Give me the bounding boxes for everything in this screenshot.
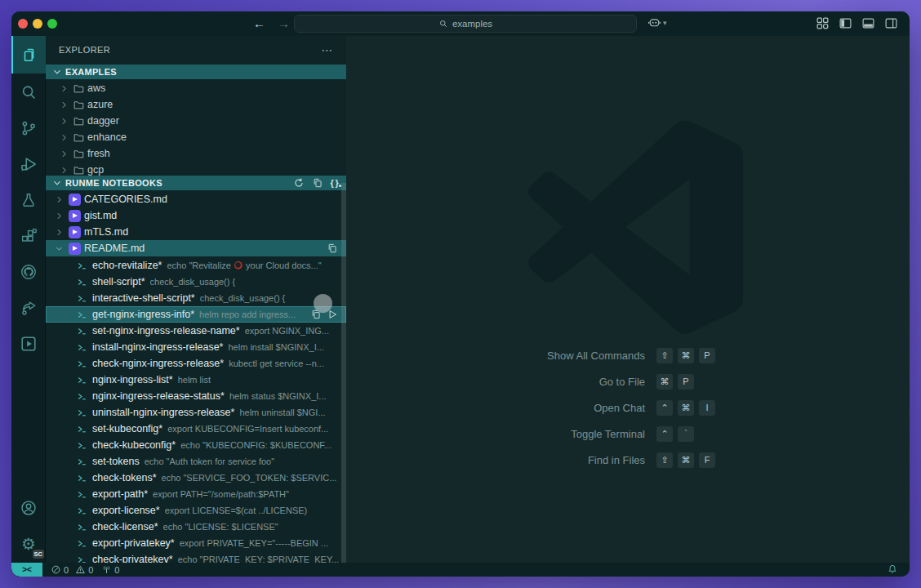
folder-row-aws[interactable]: aws — [46, 80, 346, 96]
terminal-prompt-icon — [77, 555, 87, 564]
copy-icon[interactable] — [312, 177, 323, 189]
notebook-row-mTLS.md[interactable]: mTLS.md — [46, 224, 346, 240]
copilot-menu-button[interactable]: ▾ — [647, 16, 667, 29]
cell-row-set-nginx-ingress-release-name[interactable]: set-nginx-ingress-release-name*export NG… — [46, 323, 346, 339]
keycap: ⌃ — [656, 426, 673, 442]
cell-row-echo-revitalize[interactable]: echo-revitalize*echo "Revitalize your Cl… — [46, 257, 346, 274]
minimize-window-button[interactable] — [33, 19, 42, 29]
cell-row-get-nginx-ingress-info[interactable]: get-nginx-ingress-info*helm repo add ing… — [46, 306, 346, 323]
chevron-right-icon — [54, 211, 65, 221]
accounts-button[interactable] — [11, 489, 46, 527]
terminal-prompt-icon — [77, 326, 87, 336]
folder-icon — [73, 148, 85, 160]
braces-icon[interactable]: { } — [331, 178, 339, 188]
cell-row-check-tokens[interactable]: check-tokens*echo "SERVICE_FOO_TOKEN: $S… — [46, 470, 346, 486]
section-header-examples[interactable]: EXAMPLES — [46, 65, 346, 79]
cell-name: set-nginx-ingress-release-name* — [92, 325, 240, 336]
cell-row-nginx-ingress-list[interactable]: nginx-ingress-list*helm list — [46, 372, 346, 388]
cell-row-check-license[interactable]: check-license*echo "LICENSE: $LICENSE" — [46, 519, 346, 535]
runme-play-icon — [20, 335, 38, 353]
cell-name: check-nginx-ingress-release* — [92, 358, 224, 369]
activity-item-run-and-debug[interactable] — [11, 145, 46, 183]
explorer-more-actions-button[interactable]: ⋯ — [322, 43, 333, 56]
notebook-name: mTLS.md — [84, 226, 128, 238]
section-header-runme-notebooks[interactable]: RUNME NOTEBOOKS { } — [46, 176, 346, 190]
section-label: RUNME NOTEBOOKS — [65, 178, 162, 188]
cell-row-set-tokens[interactable]: set-tokensecho "Auth token for service f… — [46, 453, 346, 470]
notebook-row-CATEGORIES.md[interactable]: CATEGORIES.md — [46, 191, 346, 207]
activity-item-testing[interactable] — [11, 181, 46, 219]
notifications-bell-icon[interactable] — [887, 564, 898, 575]
activity-item-explorer[interactable] — [11, 36, 46, 74]
customize-layout-button[interactable] — [816, 16, 830, 30]
close-window-button[interactable] — [18, 19, 28, 29]
editor-area: Show All Commands⇧⌘PGo to File⌘POpen Cha… — [346, 36, 910, 563]
folder-label: azure — [87, 99, 113, 110]
cell-row-export-path[interactable]: export-path*export PATH="/some/path:$PAT… — [46, 486, 346, 502]
notebook-row-gist.md[interactable]: gist.md — [46, 207, 346, 224]
desktop-background: ← → examples ▾ — [0, 0, 921, 588]
cell-row-check-kubeconfig[interactable]: check-kubeconfig*echo "KUBECONFIG: $KUBE… — [46, 437, 346, 453]
refresh-icon[interactable] — [293, 177, 305, 189]
folder-label: enhance — [87, 131, 127, 143]
activity-item-search[interactable] — [11, 74, 46, 111]
folder-row-azure[interactable]: azure — [46, 96, 346, 113]
activity-item-share[interactable] — [11, 289, 46, 327]
cell-command: export LICENSE=$(cat ../LICENSE) — [165, 506, 308, 515]
shortcut-label: Show All Commands — [346, 350, 645, 362]
terminal-prompt-icon — [77, 506, 87, 516]
cell-row-interactive-shell-script[interactable]: interactive-shell-script*check_disk_usag… — [46, 290, 346, 306]
terminal-prompt-icon — [77, 522, 87, 532]
cell-row-set-kubeconfig[interactable]: set-kubeconfig*export KUBECONFIG=Insert … — [46, 421, 346, 437]
zoom-window-button[interactable] — [47, 19, 57, 29]
cell-row-nginx-ingress-release-status[interactable]: nginx-ingress-release-status*helm status… — [46, 388, 346, 404]
titlebar: ← → examples ▾ — [11, 11, 910, 36]
mouse-cursor-highlight — [314, 294, 332, 313]
terminal-prompt-icon — [77, 359, 87, 369]
notebook-name: gist.md — [84, 210, 117, 221]
cell-row-check-nginx-ingress-release[interactable]: check-nginx-ingress-release*kubectl get … — [46, 355, 346, 372]
chevron-right-icon — [57, 132, 70, 143]
cell-command: echo "SERVICE_FOO_TOKEN: $SERVIC... — [162, 473, 337, 483]
terminal-prompt-icon — [77, 310, 87, 320]
toggle-panel-button[interactable] — [861, 16, 875, 30]
folder-icon — [73, 115, 85, 127]
activity-item-extensions[interactable] — [11, 217, 46, 255]
folder-row-enhance[interactable]: enhance — [46, 129, 346, 145]
folder-row-dagger[interactable]: dagger — [46, 113, 346, 129]
cell-row-export-license[interactable]: export-license*export LICENSE=$(cat ../L… — [46, 502, 346, 519]
terminal-prompt-icon — [77, 538, 87, 549]
cell-command: echo "PRIVATE_KEY: $PRIVATE_KEY... — [178, 555, 339, 563]
navigate-back-button[interactable]: ← — [253, 11, 265, 36]
terminal-prompt-icon — [77, 310, 87, 320]
settings-button[interactable]: ⚙ SC — [11, 525, 46, 563]
watermark-shortcuts: Show All Commands⇧⌘PGo to File⌘POpen Cha… — [346, 347, 910, 468]
cell-command: helm install $NGINX_I... — [229, 342, 324, 352]
chevron-right-icon — [59, 132, 69, 143]
toggle-secondary-sidebar-button[interactable] — [884, 16, 898, 30]
shortcut-label: Open Chat — [346, 402, 645, 414]
cell-row-install-nginx-ingress-release[interactable]: install-nginx-ingress-release*helm insta… — [46, 339, 346, 355]
activity-item-runme[interactable] — [11, 325, 46, 363]
activity-item-source-control[interactable] — [11, 109, 46, 147]
remote-indicator[interactable]: >< — [11, 563, 42, 577]
activity-item-github[interactable] — [11, 253, 46, 291]
cell-command: export PRIVATE_KEY="-----BEGIN ... — [180, 538, 328, 548]
problems-indicator[interactable]: 0 0 — [51, 564, 93, 575]
shortcut-label: Go to File — [346, 376, 645, 388]
command-center-search[interactable]: examples — [294, 15, 637, 33]
cell-row-shell-script[interactable]: shell-script*check_disk_usage() { — [46, 274, 346, 290]
chevron-right-icon — [57, 165, 70, 176]
cell-row-uninstall-nginx-ingress-release[interactable]: uninstall-nginx-ingress-release*helm uni… — [46, 404, 346, 421]
copy-icon[interactable] — [327, 243, 338, 254]
notebook-row-README.md[interactable]: README.md — [46, 240, 346, 256]
folder-row-fresh[interactable]: fresh — [46, 145, 346, 162]
cell-row-export-privatekey[interactable]: export-privatekey*export PRIVATE_KEY="--… — [46, 535, 346, 551]
terminal-prompt-icon — [77, 424, 87, 434]
ports-indicator[interactable]: 0 — [101, 564, 119, 575]
navigate-forward-button[interactable]: → — [278, 11, 290, 36]
cell-row-check-privatekey[interactable]: check-privatekey*echo "PRIVATE_KEY: $PRI… — [46, 551, 346, 563]
cell-name: export-privatekey* — [92, 537, 175, 549]
warnings-count: 0 — [88, 565, 93, 575]
toggle-primary-sidebar-button[interactable] — [839, 16, 852, 30]
